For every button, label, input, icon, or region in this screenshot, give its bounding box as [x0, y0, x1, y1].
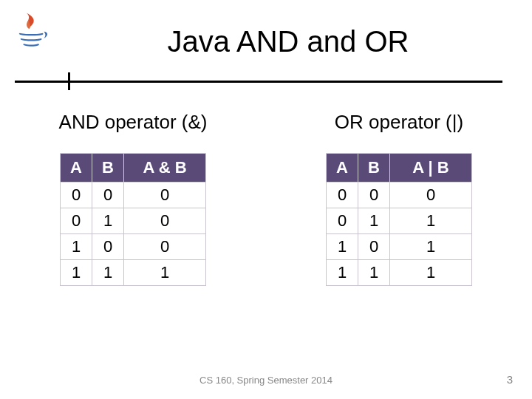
- title-rule: [15, 72, 502, 90]
- or-truth-table: A B A | B 0 0 0 0 1 1 1 0 1: [326, 153, 472, 286]
- col-header-b: B: [92, 154, 124, 183]
- footer-text: CS 160, Spring Semester 2014: [0, 375, 532, 386]
- col-header-a: A: [61, 154, 92, 183]
- slide-body: AND operator (&) A B A & B 0 0 0 0 1 0: [0, 111, 532, 286]
- java-logo-icon: [10, 9, 53, 52]
- table-row: 0 1 0: [61, 208, 206, 234]
- page-number: 3: [507, 373, 513, 386]
- and-heading: AND operator (&): [22, 111, 244, 134]
- and-truth-table: A B A & B 0 0 0 0 1 0 1 0 0: [60, 153, 206, 286]
- or-column: OR operator (|) A B A | B 0 0 0 0 1 1: [288, 111, 510, 286]
- table-row: 0 0 0: [327, 183, 472, 208]
- or-heading: OR operator (|): [288, 111, 510, 134]
- col-header-a: A: [327, 154, 358, 183]
- table-row: 0 0 0: [61, 183, 206, 208]
- slide: Java AND and OR AND operator (&) A B A &…: [0, 0, 532, 399]
- table-row: 1 1 1: [327, 260, 472, 286]
- table-row: 1 1 1: [61, 260, 206, 286]
- col-header-result: A | B: [390, 154, 472, 183]
- table-row: 1 0 0: [61, 234, 206, 260]
- and-column: AND operator (&) A B A & B 0 0 0 0 1 0: [22, 111, 244, 286]
- slide-title: Java AND and OR: [74, 25, 502, 58]
- table-row: 1 0 1: [327, 234, 472, 260]
- table-row: 0 1 1: [327, 208, 472, 234]
- col-header-result: A & B: [124, 154, 206, 183]
- table-row: A B A & B: [61, 154, 206, 183]
- table-row: A B A | B: [327, 154, 472, 183]
- col-header-b: B: [358, 154, 390, 183]
